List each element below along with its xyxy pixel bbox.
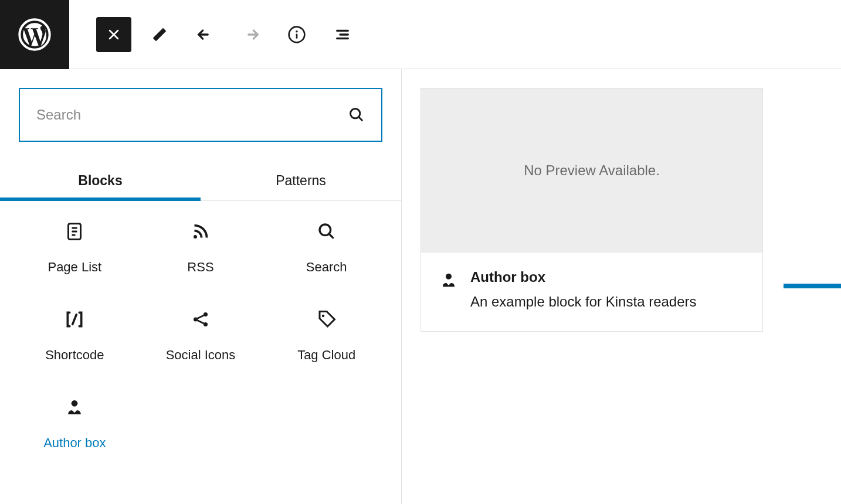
list-icon — [333, 25, 352, 44]
edit-button[interactable] — [142, 17, 177, 52]
block-rss[interactable]: RSS — [138, 203, 264, 291]
block-label: Shortcode — [45, 348, 104, 363]
tab-blocks[interactable]: Blocks — [0, 161, 201, 200]
wordpress-icon — [18, 18, 51, 51]
redo-icon — [241, 25, 261, 45]
block-shortcode[interactable]: Shortcode — [12, 291, 138, 379]
inserter-tabs: Blocks Patterns — [0, 161, 401, 201]
undo-icon — [195, 25, 215, 45]
preview-description: An example block for Kinsta readers — [470, 294, 697, 310]
preview-title: Author box — [470, 269, 697, 285]
search-container — [0, 69, 401, 161]
undo-button[interactable] — [188, 17, 223, 52]
block-label: Author box — [43, 435, 106, 451]
preview-panel: No Preview Available. Author box An exam… — [402, 69, 841, 504]
close-inserter-button[interactable] — [96, 17, 131, 52]
page-list-icon — [64, 221, 85, 242]
block-page-list[interactable]: Page List — [12, 203, 138, 291]
svg-rect-3 — [296, 33, 298, 38]
author-icon — [65, 398, 84, 417]
search-icon — [348, 107, 365, 123]
wordpress-logo[interactable] — [0, 0, 69, 69]
block-label: Search — [306, 260, 347, 275]
tag-icon — [316, 309, 337, 330]
rss-icon — [190, 221, 211, 242]
tab-patterns[interactable]: Patterns — [201, 161, 401, 200]
block-social-icons[interactable]: Social Icons — [138, 291, 264, 379]
close-icon — [106, 26, 122, 43]
share-icon — [191, 309, 211, 329]
preview-info: Author box An example block for Kinsta r… — [421, 253, 762, 331]
top-toolbar — [0, 0, 841, 69]
block-search[interactable]: Search — [263, 203, 389, 291]
preview-placeholder: No Preview Available. — [421, 88, 762, 253]
block-inserter-panel: Blocks Patterns Page List RSS Search Sho… — [0, 69, 402, 504]
outline-button[interactable] — [325, 17, 360, 52]
blocks-grid: Page List RSS Search Shortcode Social Ic… — [0, 201, 401, 467]
author-icon — [440, 271, 457, 289]
search-input[interactable] — [36, 107, 348, 123]
redo-button — [233, 17, 269, 52]
block-label: Social Icons — [166, 348, 236, 363]
editor-layout: Blocks Patterns Page List RSS Search Sho… — [0, 69, 841, 504]
preview-block-icon — [440, 269, 457, 291]
shortcode-icon — [63, 308, 86, 331]
svg-point-13 — [446, 274, 452, 280]
pencil-icon — [150, 25, 169, 44]
svg-point-11 — [321, 315, 324, 318]
info-button[interactable] — [279, 17, 314, 52]
block-tag-cloud[interactable]: Tag Cloud — [263, 291, 389, 379]
svg-point-2 — [296, 30, 297, 32]
svg-point-12 — [72, 400, 78, 407]
preview-card: No Preview Available. Author box An exam… — [420, 88, 763, 332]
search-box[interactable] — [19, 88, 382, 142]
block-label: RSS — [187, 260, 213, 275]
block-label: Page List — [48, 260, 101, 275]
toolbar-buttons — [69, 17, 360, 52]
search-icon — [317, 222, 336, 241]
accent-bar — [784, 284, 841, 288]
info-icon — [287, 25, 306, 44]
svg-point-6 — [194, 235, 197, 239]
block-author-box[interactable]: Author box — [12, 379, 138, 467]
block-label: Tag Cloud — [297, 348, 355, 363]
